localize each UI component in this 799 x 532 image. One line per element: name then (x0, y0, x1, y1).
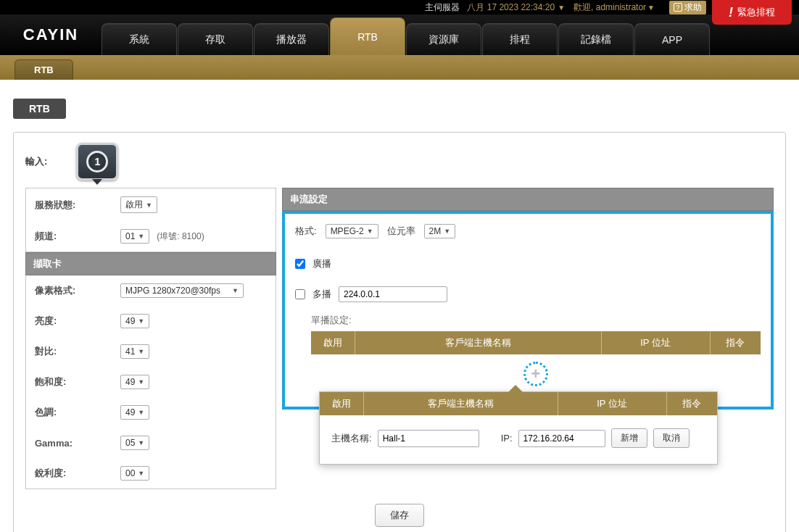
multicast-label: 多播 (312, 288, 331, 301)
stream-settings-box: 格式: MPEG-2▼ 位元率 2M▼ 廣播 多播 (282, 211, 774, 410)
chevron-down-icon: ▼ (146, 201, 152, 209)
popup-ip-input[interactable] (518, 430, 605, 447)
exclamation-icon: ! (729, 5, 733, 20)
popup-col-cmd: 指令 (666, 392, 717, 415)
chevron-down-icon: ▼ (138, 378, 144, 386)
chevron-down-icon[interactable]: ▼ (558, 4, 565, 12)
format-label: 格式: (295, 225, 317, 238)
sharpness-label: 銳利度: (35, 467, 120, 480)
pixel-format-label: 像素格式: (35, 284, 120, 297)
col-ip: IP 位址 (601, 331, 710, 354)
popup-pointer-icon (508, 385, 523, 392)
nav-rtb[interactable]: RTB (330, 17, 405, 55)
channel-select[interactable]: 01▼ (120, 229, 149, 244)
bitrate-select[interactable]: 2M▼ (424, 224, 456, 238)
port-hint: (埠號: 8100) (157, 230, 204, 243)
brand-logo: CAYIN (0, 14, 102, 55)
saturation-label: 飽和度: (35, 375, 120, 388)
rtb-panel: 輸入: 1 服務狀態: 啟用▼ (13, 132, 786, 532)
chevron-down-icon: ▼ (138, 470, 144, 477)
hue-label: 色調: (35, 406, 120, 419)
add-unicast-popup: 啟用 客戶端主機名稱 IP 位址 指令 主機名稱: IP: 新增 取消 (319, 391, 718, 465)
save-button[interactable]: 儲存 (375, 504, 424, 527)
sub-nav: RTB (0, 55, 799, 80)
chevron-down-icon: ▼ (367, 228, 373, 235)
unicast-title: 單播設定: (311, 314, 761, 327)
bitrate-label: 位元率 (387, 225, 415, 238)
main-nav: 系統 存取 播放器 RTB 資源庫 排程 記錄檔 APP (102, 14, 711, 55)
input-selector-row: 輸入: 1 (25, 143, 774, 180)
nav-schedule[interactable]: 排程 (482, 23, 558, 55)
col-host: 客戶端主機名稱 (355, 331, 601, 354)
capture-card-header: 擷取卡 (25, 252, 276, 275)
nav-resource[interactable]: 資源庫 (406, 23, 481, 55)
pixel-format-select[interactable]: MJPG 1280x720@30fps▼ (120, 283, 244, 298)
nav-player[interactable]: 播放器 (254, 23, 329, 55)
format-select[interactable]: MPEG-2▼ (326, 224, 378, 238)
service-status-label: 服務狀態: (35, 199, 120, 212)
popup-col-enable: 啟用 (320, 392, 363, 415)
nav-app[interactable]: APP (634, 23, 710, 55)
chevron-down-icon: ▼ (138, 233, 144, 240)
broadcast-checkbox[interactable] (295, 259, 305, 269)
welcome-text: 歡迎, administrator (574, 1, 646, 14)
sharpness-select[interactable]: 00▼ (120, 466, 149, 481)
brightness-label: 亮度: (35, 315, 120, 328)
input-number-icon: 1 (86, 151, 108, 173)
unicast-table: 啟用 客戶端主機名稱 IP 位址 指令 + (311, 331, 761, 394)
server-datetime: 八月 17 2023 22:34:20 (467, 1, 555, 14)
subnav-rtb[interactable]: RTB (15, 59, 73, 80)
page-title: RTB (13, 99, 66, 119)
brightness-select[interactable]: 49▼ (120, 314, 149, 328)
chevron-down-icon: ▼ (138, 409, 144, 416)
popup-add-button[interactable]: 新增 (611, 428, 647, 448)
nav-log[interactable]: 記錄檔 (558, 23, 634, 55)
chevron-down-icon: ▼ (138, 348, 144, 355)
chevron-down-icon: ▼ (138, 439, 144, 446)
popup-col-host: 客戶端主機名稱 (363, 392, 558, 415)
chevron-down-icon: ▼ (232, 287, 239, 294)
plus-icon: + (531, 365, 541, 383)
help-button[interactable]: ? 求助 (669, 1, 706, 14)
channel-label: 頻道: (35, 230, 120, 243)
multicast-checkbox[interactable] (295, 289, 305, 299)
server-label: 主伺服器 (425, 1, 460, 14)
popup-hostname-label: 主機名稱: (331, 432, 372, 445)
popup-col-ip: IP 位址 (558, 392, 666, 415)
service-status-select[interactable]: 啟用▼ (120, 196, 157, 213)
chevron-down-icon (92, 179, 102, 185)
nav-access[interactable]: 存取 (178, 23, 253, 55)
input-label: 輸入: (25, 155, 47, 168)
popup-hostname-input[interactable] (378, 430, 479, 447)
top-info-bar: 主伺服器 八月 17 2023 22:34:20 ▼ 歡迎, administr… (0, 0, 799, 14)
emergency-schedule-button[interactable]: ! 緊急排程 (712, 0, 792, 25)
chevron-down-icon: ▼ (138, 317, 144, 325)
saturation-select[interactable]: 49▼ (120, 375, 149, 389)
user-menu-chevron-down-icon[interactable]: ▼ (647, 4, 655, 12)
col-cmd: 指令 (710, 331, 761, 354)
add-unicast-button[interactable]: + (523, 362, 548, 386)
popup-cancel-button[interactable]: 取消 (653, 428, 690, 448)
hue-select[interactable]: 49▼ (120, 405, 149, 420)
popup-ip-label: IP: (501, 433, 513, 444)
left-column: 服務狀態: 啟用▼ 頻道: 01▼ (埠號: 8100) (25, 188, 276, 489)
gamma-select[interactable]: 05▼ (120, 436, 149, 450)
col-enable: 啟用 (311, 331, 355, 354)
input-1-button[interactable]: 1 (76, 143, 118, 180)
main-header: CAYIN 系統 存取 播放器 RTB 資源庫 排程 記錄檔 APP (0, 14, 799, 55)
broadcast-label: 廣播 (312, 257, 331, 270)
contrast-select[interactable]: 41▼ (120, 344, 149, 359)
contrast-label: 對比: (35, 345, 120, 358)
question-icon: ? (674, 3, 682, 12)
nav-system[interactable]: 系統 (102, 23, 177, 55)
username: administrator (596, 2, 646, 12)
gamma-label: Gamma: (35, 438, 120, 449)
chevron-down-icon: ▼ (444, 228, 450, 235)
stream-settings-header: 串流設定 (282, 188, 774, 211)
multicast-ip-input[interactable] (339, 286, 447, 302)
